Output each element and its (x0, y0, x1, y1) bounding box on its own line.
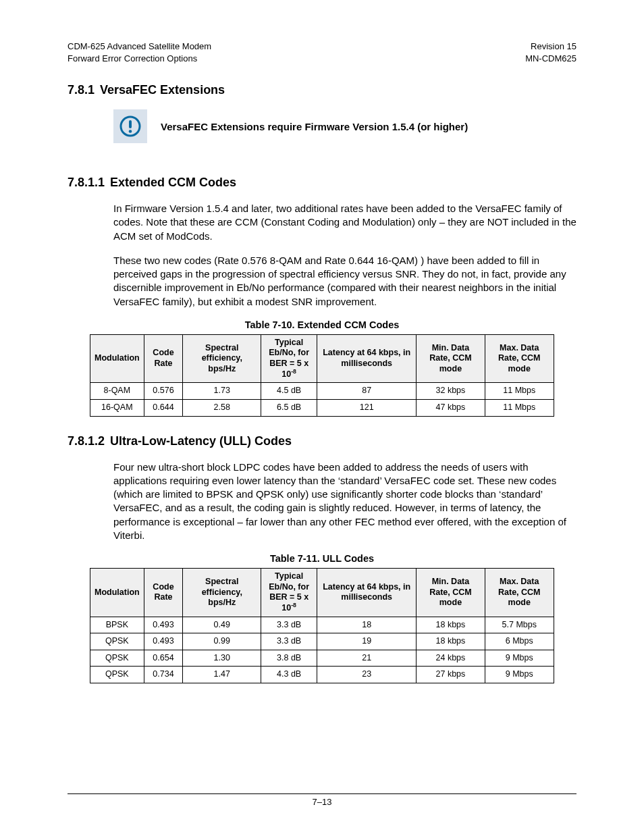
cell-ebno: 3.8 dB (261, 650, 317, 667)
col-ebno: Typical Eb/No, for BER = 5 x 10-8 (261, 334, 317, 383)
heading-7-8-1-title: VersaFEC Extensions (100, 83, 225, 97)
table-7-10: Modulation Code Rate Spectral efficiency… (90, 334, 554, 417)
cell-modulation: 16-QAM (90, 399, 144, 416)
cell-latency: 121 (317, 399, 417, 416)
header-section: Forward Error Correction Options (68, 53, 211, 65)
cell-spectral-eff: 1.73 (183, 383, 261, 400)
cell-modulation: BPSK (90, 617, 144, 633)
col-code-rate: Code Rate (144, 334, 183, 383)
table-row: 16-QAM 0.644 2.58 6.5 dB 121 47 kbps 11 … (90, 399, 554, 416)
col-ebno-line2: BER = 5 x 10 (269, 359, 308, 379)
col-ebno-line2: BER = 5 x 10 (269, 592, 308, 613)
col-latency: Latency at 64 kbps, in milliseconds (317, 569, 417, 617)
cell-min-rate: 47 kbps (417, 399, 485, 416)
section-rule (68, 162, 576, 163)
page-footer: 7–13 (68, 793, 576, 807)
header-product: CDM-625 Advanced Satellite Modem (68, 41, 211, 53)
col-max-rate: Max. Data Rate, CCM mode (485, 334, 554, 383)
cell-max-rate: 6 Mbps (485, 633, 554, 650)
important-icon (113, 109, 147, 143)
cell-max-rate: 9 Mbps (485, 667, 554, 683)
notice-box: VersaFEC Extensions require Firmware Ver… (113, 109, 576, 143)
page-number: 7–13 (68, 797, 576, 807)
cell-spectral-eff: 1.30 (183, 650, 261, 667)
heading-7-8-1-1: 7.8.1.1Extended CCM Codes (68, 176, 576, 190)
table-row: BPSK 0.493 0.49 3.3 dB 18 18 kbps 5.7 Mb… (90, 617, 554, 633)
page-header: CDM-625 Advanced Satellite Modem Forward… (68, 41, 576, 64)
col-modulation: Modulation (90, 569, 144, 617)
cell-latency: 87 (317, 383, 417, 400)
svg-point-2 (129, 130, 132, 133)
svg-rect-1 (129, 120, 132, 128)
table-7-11: Modulation Code Rate Spectral efficiency… (90, 568, 554, 683)
cell-modulation: QPSK (90, 650, 144, 667)
cell-code-rate: 0.734 (144, 667, 183, 683)
heading-7-8-1: 7.8.1VersaFEC Extensions (68, 83, 576, 97)
heading-7-8-1-2: 7.8.1.2Ultra-Low-Latency (ULL) Codes (68, 434, 576, 448)
heading-7-8-1-num: 7.8.1 (68, 83, 95, 97)
cell-latency: 21 (317, 650, 417, 667)
header-docnum: MN-CDM625 (525, 53, 576, 65)
cell-code-rate: 0.493 (144, 617, 183, 633)
cell-modulation: QPSK (90, 667, 144, 683)
cell-min-rate: 18 kbps (417, 617, 485, 633)
cell-spectral-eff: 0.49 (183, 617, 261, 633)
col-ebno-line1: Typical Eb/No, for (269, 338, 309, 358)
cell-latency: 23 (317, 667, 417, 683)
table-row: Modulation Code Rate Spectral efficiency… (90, 569, 554, 617)
col-spectral-eff: Spectral efficiency, bps/Hz (183, 334, 261, 383)
col-ebno-line1: Typical Eb/No, for (269, 571, 309, 592)
cell-ebno: 3.3 dB (261, 633, 317, 650)
table-row: 8-QAM 0.576 1.73 4.5 dB 87 32 kbps 11 Mb… (90, 383, 554, 400)
heading-7-8-1-2-num: 7.8.1.2 (68, 434, 105, 448)
cell-code-rate: 0.576 (144, 383, 183, 400)
cell-max-rate: 5.7 Mbps (485, 617, 554, 633)
cell-min-rate: 18 kbps (417, 633, 485, 650)
cell-ebno: 4.5 dB (261, 383, 317, 400)
cell-min-rate: 27 kbps (417, 667, 485, 683)
table-7-11-caption: Table 7-11. ULL Codes (68, 553, 576, 564)
col-code-rate: Code Rate (144, 569, 183, 617)
cell-min-rate: 32 kbps (417, 383, 485, 400)
cell-ebno: 3.3 dB (261, 617, 317, 633)
col-ebno-exp: -8 (291, 368, 296, 375)
cell-code-rate: 0.644 (144, 399, 183, 416)
col-spectral-eff: Spectral efficiency, bps/Hz (183, 569, 261, 617)
cell-latency: 18 (317, 617, 417, 633)
cell-spectral-eff: 0.99 (183, 633, 261, 650)
notice-text: VersaFEC Extensions require Firmware Ver… (161, 121, 468, 132)
cell-latency: 19 (317, 633, 417, 650)
col-min-rate: Min. Data Rate, CCM mode (417, 334, 485, 383)
cell-modulation: QPSK (90, 633, 144, 650)
col-min-rate: Min. Data Rate, CCM mode (417, 569, 485, 617)
col-latency: Latency at 64 kbps, in milliseconds (317, 334, 417, 383)
cell-max-rate: 11 Mbps (485, 399, 554, 416)
table-7-10-caption: Table 7-10. Extended CCM Codes (68, 319, 576, 330)
cell-ebno: 4.3 dB (261, 667, 317, 683)
header-revision: Revision 15 (525, 41, 576, 53)
cell-min-rate: 24 kbps (417, 650, 485, 667)
cell-max-rate: 9 Mbps (485, 650, 554, 667)
col-ebno: Typical Eb/No, for BER = 5 x 10-8 (261, 569, 317, 617)
cell-ebno: 6.5 dB (261, 399, 317, 416)
cell-modulation: 8-QAM (90, 383, 144, 400)
para-7-8-1-1-a: In Firmware Version 1.5.4 and later, two… (113, 202, 576, 243)
page-container: CDM-625 Advanced Satellite Modem Forward… (0, 0, 644, 834)
header-left: CDM-625 Advanced Satellite Modem Forward… (68, 41, 211, 64)
cell-code-rate: 0.493 (144, 633, 183, 650)
col-ebno-exp: -8 (291, 602, 296, 608)
heading-7-8-1-2-title: Ultra-Low-Latency (ULL) Codes (110, 434, 292, 448)
col-max-rate: Max. Data Rate, CCM mode (485, 569, 554, 617)
col-modulation: Modulation (90, 334, 144, 383)
table-row: QPSK 0.493 0.99 3.3 dB 19 18 kbps 6 Mbps (90, 633, 554, 650)
para-7-8-1-2-a: Four new ultra-short block LDPC codes ha… (113, 461, 576, 543)
header-right: Revision 15 MN-CDM625 (525, 41, 576, 64)
heading-7-8-1-1-num: 7.8.1.1 (68, 176, 105, 189)
para-7-8-1-1-b: These two new codes (Rate 0.576 8-QAM an… (113, 254, 576, 309)
cell-spectral-eff: 2.58 (183, 399, 261, 416)
cell-code-rate: 0.654 (144, 650, 183, 667)
cell-spectral-eff: 1.47 (183, 667, 261, 683)
table-row: QPSK 0.734 1.47 4.3 dB 23 27 kbps 9 Mbps (90, 667, 554, 683)
table-row: Modulation Code Rate Spectral efficiency… (90, 334, 554, 383)
footer-rule (68, 793, 576, 794)
